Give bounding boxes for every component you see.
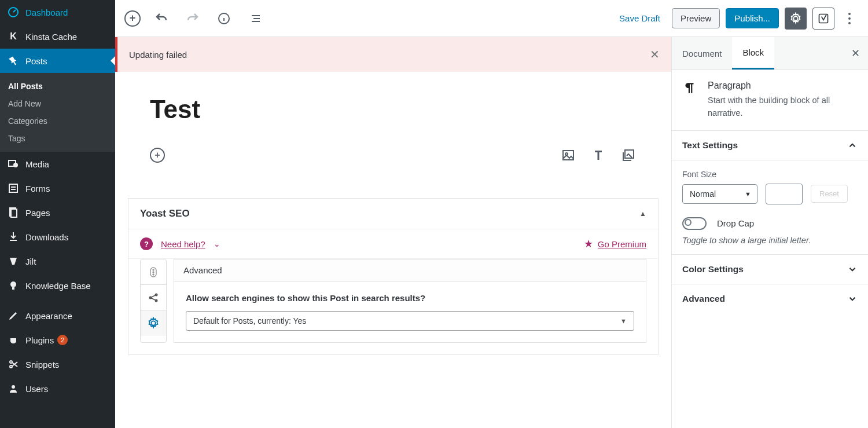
- block-description: Start with the building block of all nar…: [708, 94, 858, 120]
- add-block-button[interactable]: +: [124, 10, 141, 27]
- drop-cap-label: Drop Cap: [717, 218, 754, 228]
- insert-block-button[interactable]: +: [150, 148, 165, 163]
- svg-point-8: [10, 281, 16, 287]
- jilt-icon: [7, 255, 20, 268]
- sidebar-item-label: Plugins: [25, 335, 54, 345]
- need-help-link[interactable]: Need help?: [161, 239, 205, 249]
- color-settings-header[interactable]: Color Settings: [672, 255, 868, 284]
- admin-sidebar: Dashboard K Kinsta Cache Posts All Posts…: [0, 0, 115, 428]
- yoast-header[interactable]: Yoast SEO ▲: [128, 199, 658, 229]
- tab-block[interactable]: Block: [732, 37, 774, 69]
- chevron-up-icon: [847, 140, 858, 151]
- chevron-down-icon: [847, 264, 858, 275]
- sidebar-item-downloads[interactable]: Downloads: [0, 225, 115, 249]
- preview-button[interactable]: Preview: [672, 8, 720, 28]
- heading-block-icon[interactable]: [590, 147, 606, 163]
- svg-point-12: [12, 385, 15, 389]
- image-block-icon[interactable]: [560, 147, 576, 163]
- svg-point-10: [10, 361, 12, 363]
- sidebar-item-forms[interactable]: Forms: [0, 176, 115, 200]
- bulb-icon: [7, 279, 20, 292]
- sidebar-item-knowledge[interactable]: Knowledge Base: [0, 273, 115, 298]
- svg-point-28: [155, 293, 158, 296]
- sidebar-item-jilt[interactable]: Jilt: [0, 249, 115, 273]
- publish-button[interactable]: Publish...: [726, 8, 779, 28]
- pin-icon: [7, 54, 20, 67]
- sidebar-item-pages[interactable]: Pages: [0, 200, 115, 225]
- text-settings-header[interactable]: Text Settings: [672, 131, 868, 160]
- svg-rect-9: [12, 287, 14, 290]
- advanced-header[interactable]: Advanced: [672, 284, 868, 313]
- submenu-all-posts[interactable]: All Posts: [0, 78, 115, 95]
- font-size-input[interactable]: [766, 184, 803, 204]
- redo-button[interactable]: [182, 8, 203, 29]
- pages-icon: [7, 206, 20, 219]
- tab-document[interactable]: Document: [672, 38, 732, 69]
- sidebar-item-label: Dashboard: [25, 8, 68, 17]
- yoast-button[interactable]: [812, 8, 834, 30]
- svg-rect-7: [11, 209, 17, 217]
- posts-submenu: All Posts Add New Categories Tags: [0, 73, 115, 152]
- sidebar-item-label: Knowledge Base: [25, 281, 91, 291]
- help-icon: ?: [140, 237, 153, 250]
- sidebar-item-label: Kinsta Cache: [25, 32, 77, 42]
- sidebar-item-appearance[interactable]: Appearance: [0, 303, 115, 328]
- more-options-button[interactable]: [840, 13, 859, 24]
- yoast-tab-readability[interactable]: [141, 259, 166, 285]
- svg-point-25: [153, 272, 154, 273]
- scissors-icon: [7, 358, 20, 371]
- go-premium-link[interactable]: Go Premium: [598, 239, 646, 249]
- plugins-badge: 2: [57, 335, 68, 345]
- panel-close-button[interactable]: ✕: [851, 47, 860, 60]
- media-icon: [7, 158, 20, 170]
- dashboard-icon: [7, 6, 20, 19]
- gallery-block-icon[interactable]: [620, 147, 637, 163]
- sidebar-item-snippets[interactable]: Snippets: [0, 352, 115, 376]
- error-notice: Updating failed ✕: [115, 37, 671, 72]
- reset-button[interactable]: Reset: [811, 185, 848, 203]
- sidebar-item-posts[interactable]: Posts: [0, 49, 115, 73]
- undo-button[interactable]: [151, 8, 172, 29]
- submenu-tags[interactable]: Tags: [0, 130, 115, 147]
- svg-rect-22: [625, 150, 634, 158]
- post-title-input[interactable]: Test: [150, 95, 637, 124]
- sidebar-item-dashboard[interactable]: Dashboard: [0, 0, 115, 24]
- kinsta-icon: K: [7, 30, 20, 43]
- yoast-vertical-tabs: [140, 259, 167, 343]
- users-icon: [7, 382, 20, 395]
- drop-cap-hint: Toggle to show a large initial letter.: [682, 236, 858, 245]
- settings-button[interactable]: [785, 8, 807, 30]
- sidebar-item-users[interactable]: Users: [0, 376, 115, 401]
- sidebar-item-label: Media: [25, 159, 49, 169]
- yoast-tab-advanced[interactable]: [141, 310, 166, 336]
- save-draft-button[interactable]: Save Draft: [613, 9, 666, 28]
- editor-toolbar: + Save Draft Preview Publish...: [115, 0, 868, 37]
- svg-line-30: [152, 295, 155, 297]
- svg-rect-3: [9, 184, 17, 192]
- font-size-label: Font Size: [682, 170, 858, 179]
- svg-point-24: [153, 269, 154, 270]
- sidebar-item-media[interactable]: Media: [0, 152, 115, 176]
- yoast-index-select[interactable]: Default for Posts, currently: Yes ▼: [186, 311, 634, 331]
- forms-icon: [7, 182, 20, 195]
- yoast-meta-box: Yoast SEO ▲ ? Need help? ⌄ ★ Go Premium: [128, 198, 659, 355]
- svg-point-2: [13, 163, 18, 167]
- notice-close-button[interactable]: ✕: [650, 47, 660, 61]
- drop-cap-toggle[interactable]: [682, 217, 707, 230]
- sidebar-item-label: Pages: [25, 208, 50, 218]
- sidebar-item-plugins[interactable]: Plugins 2: [0, 328, 115, 352]
- paragraph-icon: [682, 81, 698, 120]
- sidebar-item-kinsta[interactable]: K Kinsta Cache: [0, 24, 115, 49]
- outline-button[interactable]: [245, 8, 266, 29]
- yoast-tab-social[interactable]: [141, 285, 166, 310]
- block-name: Paragraph: [708, 81, 858, 91]
- svg-line-31: [152, 298, 155, 300]
- download-icon: [7, 231, 20, 243]
- font-size-select[interactable]: Normal ▼: [682, 184, 757, 204]
- submenu-add-new[interactable]: Add New: [0, 95, 115, 112]
- info-button[interactable]: [214, 8, 234, 29]
- svg-point-27: [149, 296, 152, 299]
- yoast-question: Allow search engines to show this Post i…: [186, 293, 634, 303]
- star-icon: ★: [584, 237, 593, 250]
- submenu-categories[interactable]: Categories: [0, 112, 115, 130]
